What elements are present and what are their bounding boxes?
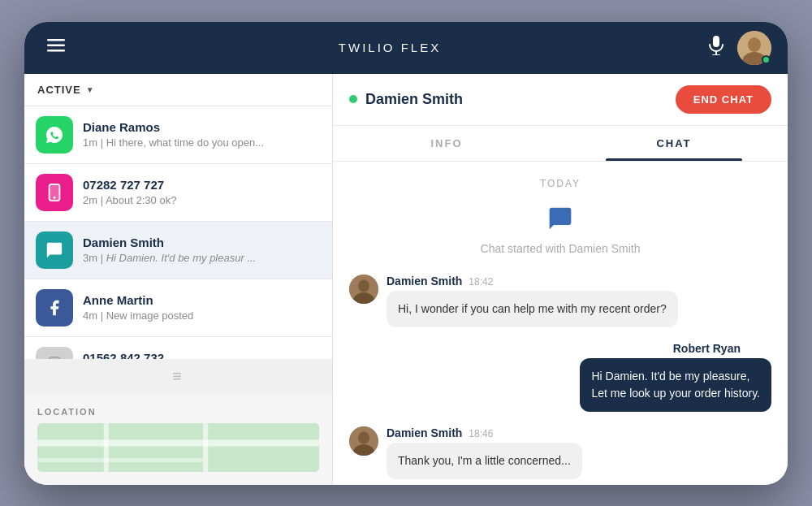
- chat-tabs: INFO CHAT: [333, 126, 788, 162]
- message-time: 18:46: [469, 428, 493, 439]
- app-header: TWILIO FLEX: [24, 22, 788, 74]
- svg-rect-18: [203, 423, 208, 472]
- svg-rect-15: [37, 423, 319, 472]
- user-avatar[interactable]: [737, 31, 771, 65]
- message-sender: Damien Smith: [387, 426, 462, 439]
- main-content: ACTIVE ▼ Diane Ramos 1m | Hi there, what…: [24, 74, 788, 485]
- message-text: Hi Damien. It'd be my pleasure,Let me lo…: [580, 358, 771, 412]
- contact-item-07282[interactable]: 07282 727 727 2m | About 2:30 ok?: [24, 164, 332, 222]
- chat-header: Damien Smith END CHAT: [333, 74, 788, 126]
- contact-list: Diane Ramos 1m | Hi there, what time do …: [24, 106, 332, 359]
- contact-info-anne: Anne Martin 4m | New image posted: [83, 293, 321, 322]
- active-label: ACTIVE: [37, 84, 81, 96]
- svg-point-21: [358, 279, 369, 292]
- contact-name: Anne Martin: [83, 293, 321, 307]
- contact-preview: 1m | Hi there, what time do you open...: [83, 136, 321, 149]
- contact-item-damien[interactable]: Damien Smith 3m | Hi Damien. It'd be my …: [24, 222, 332, 279]
- message-text: Thank you, I'm a little concerned...: [387, 443, 582, 479]
- message-meta: Damien Smith 18:46: [387, 426, 582, 439]
- online-indicator: [349, 95, 357, 103]
- whatsapp-icon: [36, 116, 73, 154]
- sidebar-divider: ≡: [24, 359, 332, 394]
- message-sender: Robert Ryan: [673, 342, 741, 355]
- device-frame: TWILIO FLEX: [24, 22, 788, 485]
- contact-name: 07282 727 727: [83, 178, 321, 192]
- svg-point-11: [54, 197, 56, 199]
- message-row: Damien Smith 18:46 Thank you, I'm a litt…: [349, 426, 771, 479]
- contact-info-01562: 01562 842 732 5m | In wrap up: [83, 351, 321, 359]
- chat-started-text: Chat started with Damien Smith: [349, 242, 771, 255]
- svg-rect-3: [713, 36, 719, 47]
- contact-info-07282: 07282 727 727 2m | About 2:30 ok?: [83, 178, 321, 206]
- svg-rect-0: [47, 39, 65, 41]
- contact-name: Diane Ramos: [83, 120, 321, 134]
- contact-info-diane: Diane Ramos 1m | Hi there, what time do …: [83, 120, 321, 149]
- avatar-online-indicator: [762, 55, 771, 64]
- end-chat-button[interactable]: END CHAT: [676, 85, 771, 114]
- map-placeholder: [37, 423, 319, 472]
- message-meta: Robert Ryan 18:45: [580, 342, 771, 355]
- sidebar: ACTIVE ▼ Diane Ramos 1m | Hi there, what…: [24, 74, 333, 485]
- contact-info-damien: Damien Smith 3m | Hi Damien. It'd be my …: [83, 236, 321, 264]
- svg-point-7: [748, 37, 761, 52]
- phone-icon: [36, 174, 73, 211]
- today-divider: TODAY: [349, 178, 771, 189]
- menu-button[interactable]: [41, 36, 71, 59]
- sidebar-header: ACTIVE ▼: [24, 74, 332, 106]
- svg-rect-16: [37, 439, 319, 446]
- message-row: Robert Ryan 18:45 Hi Damien. It'd be my …: [349, 342, 771, 412]
- contact-name: 01562 842 732: [83, 351, 321, 359]
- chat-started: Chat started with Damien Smith: [349, 205, 771, 255]
- svg-rect-17: [104, 423, 109, 472]
- mic-icon[interactable]: [708, 36, 724, 59]
- chat-panel: Damien Smith END CHAT INFO CHAT TODAY Ch…: [333, 74, 788, 485]
- message-time: 18:45: [747, 344, 771, 355]
- chat-started-icon: [349, 205, 771, 237]
- message-sender: Damien Smith: [387, 275, 462, 288]
- message-meta: Damien Smith 18:42: [387, 275, 678, 288]
- svg-rect-19: [37, 457, 203, 461]
- contact-preview: 3m | Hi Damien. It'd be my pleasur ...: [83, 252, 321, 264]
- contact-item-01562[interactable]: 01562 842 732 5m | In wrap up: [24, 337, 332, 359]
- contact-preview: 4m | New image posted: [83, 309, 321, 322]
- message-bubble: Damien Smith 18:46 Thank you, I'm a litt…: [387, 426, 582, 479]
- chat-icon: [36, 231, 73, 269]
- app-title: TWILIO FLEX: [71, 41, 708, 54]
- chat-user-name: Damien Smith: [365, 91, 463, 108]
- svg-rect-2: [47, 50, 65, 52]
- contact-item-diane[interactable]: Diane Ramos 1m | Hi there, what time do …: [24, 106, 332, 164]
- facebook-icon: [36, 289, 73, 327]
- message-avatar: [349, 275, 378, 304]
- contact-preview: 2m | About 2:30 ok?: [83, 194, 321, 206]
- tab-info[interactable]: INFO: [333, 126, 560, 161]
- location-label: LOCATION: [37, 407, 319, 417]
- sidebar-bottom: LOCATION: [24, 394, 332, 485]
- drag-handle-icon: ≡: [172, 367, 184, 386]
- message-bubble: Damien Smith 18:42 Hi, I wonder if you c…: [387, 275, 678, 327]
- message-time: 18:42: [469, 276, 493, 288]
- dropdown-arrow-icon[interactable]: ▼: [86, 85, 94, 94]
- message-avatar: [349, 426, 378, 456]
- chat-user-info: Damien Smith: [349, 91, 676, 108]
- contact-item-anne[interactable]: Anne Martin 4m | New image posted: [24, 279, 332, 337]
- message-bubble: Robert Ryan 18:45 Hi Damien. It'd be my …: [580, 342, 771, 412]
- tab-chat[interactable]: CHAT: [560, 126, 788, 161]
- phone-grey-icon: [36, 347, 73, 359]
- chat-messages: TODAY Chat started with Damien Smith: [333, 162, 788, 485]
- contact-name: Damien Smith: [83, 236, 321, 249]
- header-right: [708, 31, 771, 65]
- message-row: Damien Smith 18:42 Hi, I wonder if you c…: [349, 275, 771, 327]
- message-text: Hi, I wonder if you can help me with my …: [387, 291, 678, 327]
- svg-point-24: [358, 431, 369, 443]
- svg-rect-1: [47, 45, 65, 47]
